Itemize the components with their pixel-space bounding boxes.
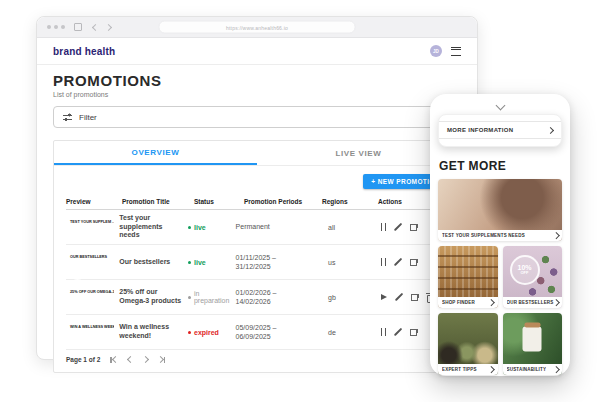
- status-dot: [188, 331, 191, 334]
- promo-title: Our bestsellers: [119, 258, 188, 267]
- promo-title: Win a wellness weekend!: [119, 323, 188, 341]
- status-dot: [188, 296, 191, 299]
- pause-icon[interactable]: [381, 258, 386, 266]
- pause-icon[interactable]: [381, 328, 386, 336]
- status-dot: [188, 226, 191, 229]
- chevron-right-icon: [553, 366, 559, 372]
- table-row[interactable]: 25% OFF OUR OMEGA-3 ... 25% off our Omeg…: [66, 280, 448, 315]
- edit-icon[interactable]: [394, 258, 402, 266]
- back-icon[interactable]: [92, 23, 99, 30]
- table-row[interactable]: TEST YOUR SUPPLEM ... Test your suppleme…: [66, 210, 448, 245]
- pagination: Page 1 of 2: [54, 350, 460, 369]
- promo-period: Permanent: [236, 222, 311, 231]
- phone-mockup: MORE INFORMATION GET MORE TEST YOUR SUPP…: [430, 94, 570, 376]
- page-subtitle: List of promotions: [53, 91, 461, 98]
- filter-label: Filter: [79, 113, 97, 122]
- tabs-icon[interactable]: [74, 23, 82, 31]
- card-label: SUSTAINABILITY: [507, 367, 547, 372]
- promo-title: 25% off our Omega-3 products: [119, 288, 188, 306]
- status-dot: [188, 261, 191, 264]
- filter-bar[interactable]: Filter: [53, 106, 461, 128]
- browser-chrome-bar: https://www.anhealth66.io: [37, 17, 477, 38]
- window-dot[interactable]: [61, 25, 65, 29]
- card-label: EXPERT TIPPS: [442, 367, 477, 372]
- promo-period: 01/02/2026 – 14/02/2026: [236, 288, 311, 306]
- badge-off: OFF: [521, 271, 529, 276]
- play-icon[interactable]: [381, 294, 387, 300]
- window-dot[interactable]: [47, 25, 51, 29]
- export-icon[interactable]: [410, 258, 418, 266]
- edit-icon[interactable]: [395, 293, 403, 301]
- edit-icon[interactable]: [394, 328, 402, 336]
- col-preview: Preview: [66, 198, 122, 205]
- avatar[interactable]: JD: [430, 45, 442, 57]
- card-sustainability[interactable]: SUSTAINABILITY: [503, 313, 563, 375]
- promo-title: Test your supplements needs: [119, 214, 188, 240]
- export-icon[interactable]: [410, 223, 418, 231]
- chevron-right-icon: [488, 299, 494, 305]
- col-regions: Regions: [322, 198, 378, 205]
- menu-icon[interactable]: [451, 47, 461, 56]
- chevron-right-icon: [553, 232, 559, 238]
- first-page-button[interactable]: [110, 357, 117, 363]
- discount-badge: 10% OFF: [510, 255, 540, 285]
- col-periods: Promotion Periods: [244, 198, 322, 205]
- app-header: brand health JD: [37, 38, 477, 65]
- brand-logo[interactable]: brand health: [53, 46, 115, 57]
- more-information-label: MORE INFORMATION: [447, 127, 513, 133]
- promo-region: gb: [310, 294, 381, 301]
- window-dot[interactable]: [54, 25, 58, 29]
- card-expert-tipps[interactable]: EXPERT TIPPS: [438, 313, 498, 375]
- card-our-bestsellers[interactable]: 10% OFF OUR BESTSELLERS: [503, 246, 563, 308]
- export-icon[interactable]: [411, 293, 419, 301]
- promo-region: de: [310, 329, 381, 336]
- last-page-button[interactable]: [158, 357, 165, 363]
- get-more-heading: GET MORE: [439, 159, 561, 173]
- more-information-dropdown: MORE INFORMATION: [438, 114, 562, 147]
- promotions-table: Preview Promotion Title Status Promotion…: [66, 194, 448, 350]
- supplement-jar-graphic: [523, 327, 542, 352]
- next-page-button[interactable]: [143, 357, 148, 362]
- filter-icon: [63, 113, 72, 121]
- card-test-supplements[interactable]: TEST YOUR SUPPLEMENTS NEEDS: [438, 179, 562, 241]
- promotions-card: OVERVIEW LIVE VIEW + NEW PROMOTION Previ…: [53, 140, 461, 373]
- chevron-right-icon: [553, 299, 559, 305]
- chevron-right-icon: [547, 126, 554, 133]
- status-badge: live: [194, 224, 206, 231]
- more-information-row[interactable]: MORE INFORMATION: [439, 121, 561, 139]
- table-row[interactable]: 10%OUR BESTSELLERS Our bestsellers live …: [66, 245, 448, 280]
- table-row[interactable]: WIN A WELLNESS WEEK ... Win a wellness w…: [66, 315, 448, 350]
- pause-icon[interactable]: [381, 223, 386, 231]
- status-badge: live: [194, 259, 206, 266]
- tab-overview[interactable]: OVERVIEW: [54, 141, 257, 165]
- card-shop-finder[interactable]: SHOP FINDER: [438, 246, 498, 308]
- browser-window: https://www.anhealth66.io brand health J…: [36, 16, 478, 360]
- pagination-label: Page 1 of 2: [66, 356, 100, 363]
- card-label: TEST YOUR SUPPLEMENTS NEEDS: [442, 233, 525, 238]
- tab-bar: OVERVIEW LIVE VIEW: [54, 141, 460, 166]
- url-bar[interactable]: https://www.anhealth66.io: [159, 21, 356, 34]
- card-label: SHOP FINDER: [442, 300, 475, 305]
- chevron-down-icon[interactable]: [495, 101, 505, 111]
- col-status: Status: [194, 198, 244, 205]
- promo-region: us: [310, 259, 381, 266]
- status-badge: in preparation: [194, 290, 236, 304]
- col-title: Promotion Title: [122, 198, 194, 205]
- page-title: PROMOTIONS: [53, 72, 461, 89]
- window-control-dots[interactable]: [47, 25, 65, 29]
- edit-icon[interactable]: [394, 223, 402, 231]
- export-icon[interactable]: [410, 328, 418, 336]
- previous-page-button[interactable]: [128, 357, 133, 362]
- card-label: OUR BESTSELLERS: [507, 300, 554, 305]
- chevron-right-icon: [488, 366, 494, 372]
- table-header-row: Preview Promotion Title Status Promotion…: [66, 194, 448, 210]
- promo-region: all: [310, 224, 381, 231]
- url-text: https://www.anhealth66.io: [226, 24, 288, 30]
- promo-period: 01/11/2025 – 31/12/2025: [236, 253, 311, 271]
- forward-icon[interactable]: [105, 23, 112, 30]
- status-badge: expired: [194, 329, 219, 336]
- promo-period: 05/09/2025 – 06/09/2025: [236, 323, 311, 341]
